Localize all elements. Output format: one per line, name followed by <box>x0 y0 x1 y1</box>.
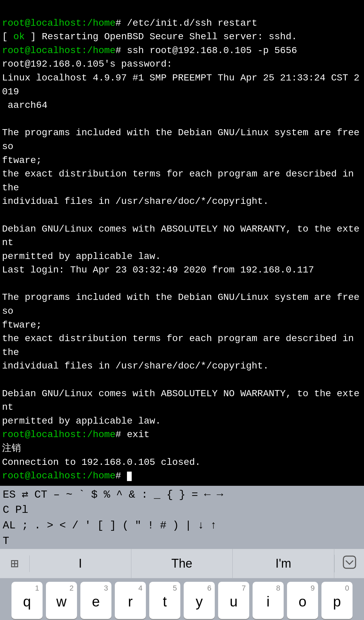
dash-key[interactable]: – <box>53 488 60 502</box>
c-label[interactable]: C <box>3 503 9 517</box>
rparen-key[interactable]: ) <box>173 519 179 533</box>
pipe-key[interactable]: | <box>185 519 191 533</box>
terminal-line-10: the exact distribution terms for each pr… <box>2 169 360 193</box>
keyboard-grid-button[interactable]: ⊞ <box>0 555 30 572</box>
collapse-icon <box>342 555 357 572</box>
up-arrow-key[interactable]: ↑ <box>210 519 216 533</box>
special-row-3: AL ; . > < / ' [ ] ( " ! # ) | ↓ ↑ <box>0 518 364 533</box>
underscore-key[interactable]: _ <box>154 488 160 502</box>
special-row-1: ES ⇄ CT – ~ ` $ % ^ & : _ { } = ← → <box>0 487 364 503</box>
key-w[interactable]: 2 w <box>46 582 77 619</box>
left-arrow-key[interactable]: ← <box>204 488 211 502</box>
down-arrow-key[interactable]: ↓ <box>198 519 204 533</box>
prompt-3: root@localhost:/home <box>2 429 115 440</box>
terminal-line-9: ftware; <box>2 155 42 166</box>
key-r[interactable]: 4 r <box>115 582 146 619</box>
svg-rect-0 <box>343 556 356 568</box>
autocomplete-bar: ⊞ I The I'm <box>0 549 364 578</box>
key-o[interactable]: 9 o <box>287 582 318 619</box>
terminal-line-17: The programs included with the Debian GN… <box>2 292 364 316</box>
pl-label[interactable]: Pl <box>15 503 28 517</box>
key-i[interactable]: 8 i <box>253 582 284 619</box>
colon-key[interactable]: : <box>141 488 148 502</box>
special-row-4: T <box>0 533 364 549</box>
key-p[interactable]: 0 p <box>321 582 353 619</box>
percent-key[interactable]: % <box>104 488 110 502</box>
t-label[interactable]: T <box>3 534 9 548</box>
terminal-line-24: root@localhost:/home# exit <box>2 429 150 440</box>
terminal-line-15: Last login: Thu Apr 23 03:32:49 2020 fro… <box>2 265 314 275</box>
terminal-cursor <box>127 472 132 481</box>
terminal-line-3: root@localhost:/home# ssh root@192.168.0… <box>2 45 297 56</box>
lbracket-key[interactable]: [ <box>97 519 104 533</box>
period-key[interactable]: . <box>34 519 41 533</box>
key-y[interactable]: 6 y <box>184 582 215 619</box>
terminal-line-20: individual files in /usr/share/doc/*/cop… <box>2 361 269 371</box>
ampersand-key[interactable]: & <box>129 488 135 502</box>
terminal-line-6: aarch64 <box>2 100 47 111</box>
keyboard: 1 q 2 w 3 e 4 r 5 t 6 y 7 u 8 i <box>0 578 364 620</box>
autocomplete-item-2[interactable]: The <box>131 549 233 578</box>
keyboard-row-1: 1 q 2 w 3 e 4 r 5 t 6 y 7 u 8 i <box>1 582 363 619</box>
prompt-1: root@localhost:/home <box>2 18 115 28</box>
special-chars-area: ES ⇄ CT – ~ ` $ % ^ & : _ { } = ← → C Pl… <box>0 486 364 549</box>
key-e[interactable]: 3 e <box>80 582 111 619</box>
terminal-line-11: individual files in /usr/share/doc/*/cop… <box>2 196 269 207</box>
rbrace-key[interactable]: } <box>179 488 185 502</box>
exclaim-key[interactable]: ! <box>147 519 154 533</box>
ct-key[interactable]: CT <box>34 488 47 502</box>
autocomplete-item-1[interactable]: I <box>30 549 131 578</box>
lbrace-key[interactable]: { <box>166 488 173 502</box>
terminal: root@localhost:/home# /etc/init.d/ssh re… <box>0 0 364 486</box>
terminal-line-2: [ ok ] Restarting OpenBSD Secure Shell s… <box>2 31 297 42</box>
key-q[interactable]: 1 q <box>11 582 43 619</box>
equals-key[interactable]: = <box>191 488 198 502</box>
slash-key[interactable]: / <box>72 519 78 533</box>
terminal-line-23: permitted by applicable law. <box>2 416 161 426</box>
terminal-line-8: The programs included with the Debian GN… <box>2 127 364 152</box>
terminal-line-18: ftware; <box>2 320 42 330</box>
tilde-key[interactable]: ~ <box>66 488 72 502</box>
swap-arrows-icon[interactable]: ⇄ <box>22 488 28 502</box>
terminal-line-25: 注销 <box>2 443 21 454</box>
terminal-line-13: Debian GNU/Linux comes with ABSOLUTELY N… <box>2 224 360 248</box>
lt-key[interactable]: < <box>59 519 66 533</box>
backtick-key[interactable]: ` <box>78 488 85 502</box>
special-row-2: C Pl <box>0 502 364 518</box>
terminal-line-5: Linux localhost 4.9.97 #1 SMP PREEMPT Th… <box>2 73 360 97</box>
terminal-line-19: the exact distribution terms for each pr… <box>2 333 360 358</box>
quote-key[interactable]: ' <box>84 519 91 533</box>
terminal-line-27: root@localhost:/home# <box>2 471 132 481</box>
grid-icon: ⊞ <box>10 555 19 572</box>
prompt-4: root@localhost:/home <box>2 471 115 481</box>
gt-key[interactable]: > <box>47 519 53 533</box>
terminal-line-4: root@192.168.0.105's password: <box>2 59 172 69</box>
dollar-key[interactable]: $ <box>91 488 98 502</box>
prompt-2: root@localhost:/home <box>2 45 115 56</box>
terminal-line-22: Debian GNU/Linux comes with ABSOLUTELY N… <box>2 388 360 413</box>
es-label[interactable]: ES <box>3 488 16 502</box>
semicolon-key[interactable]: ; <box>22 519 28 533</box>
terminal-line-26: Connection to 192.168.0.105 closed. <box>2 457 201 468</box>
ok-badge: ok <box>14 31 25 42</box>
dquote-key[interactable]: " <box>135 519 141 533</box>
collapse-keyboard-button[interactable] <box>334 555 364 572</box>
key-u[interactable]: 7 u <box>218 582 249 619</box>
terminal-line-1: root@localhost:/home# /etc/init.d/ssh re… <box>2 18 257 28</box>
terminal-line-14: permitted by applicable law. <box>2 251 161 262</box>
al-label[interactable]: AL <box>3 519 16 533</box>
lparen-key[interactable]: ( <box>122 519 129 533</box>
hash-key[interactable]: # <box>160 519 166 533</box>
caret-key[interactable]: ^ <box>116 488 123 502</box>
rbracket-key[interactable]: ] <box>110 519 116 533</box>
right-arrow-key[interactable]: → <box>217 488 223 502</box>
autocomplete-item-3[interactable]: I'm <box>233 549 334 578</box>
key-t[interactable]: 5 t <box>149 582 180 619</box>
